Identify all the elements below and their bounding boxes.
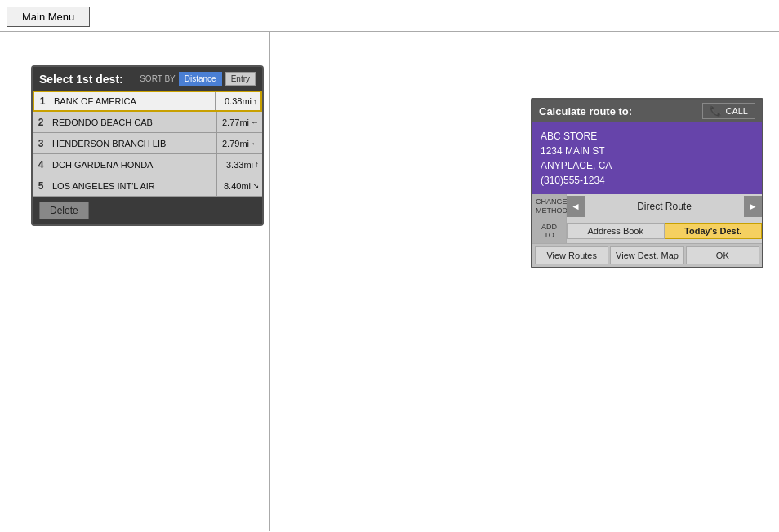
address-line-1: ABC STORE (541, 129, 754, 144)
row-distance: 2.77mi ← (217, 117, 262, 127)
address-book-button[interactable]: Address Book (567, 223, 665, 239)
direction-arrow-icon: ↑ (253, 97, 257, 106)
row-name: BANK OF AMERICA (51, 96, 215, 106)
table-row[interactable]: 2 REDONDO BEACH CAB 2.77mi ← (33, 112, 262, 133)
change-method-row: CHANGEMETHOD ◄ Direct Route ► (532, 194, 762, 219)
view-dest-map-button[interactable]: View Dest. Map (610, 246, 683, 264)
direction-arrow-icon: ← (251, 139, 259, 148)
select-dest-screen: Select 1st dest: SORT BY Distance Entry … (31, 65, 264, 226)
change-method-label: CHANGEMETHOD (532, 194, 567, 219)
row-name: REDONDO BEACH CAB (49, 117, 216, 127)
calculate-route-screen: Calculate route to: 📞 CALL ABC STORE 123… (531, 98, 763, 268)
row-distance: 2.79mi ← (217, 139, 262, 149)
add-to-label: ADD TO (532, 219, 567, 244)
screen-header: Select 1st dest: SORT BY Distance Entry (33, 67, 262, 91)
direction-arrow-icon: ↘ (252, 181, 259, 190)
row-name: HENDERSON BRANCH LIB (49, 139, 216, 149)
prev-route-button[interactable]: ◄ (567, 196, 585, 217)
vertical-divider-1 (269, 31, 270, 531)
row-name: DCH GARDENA HONDA (49, 160, 216, 170)
row-name: LOS ANGELES INT'L AIR (49, 181, 216, 191)
address-line-3: ANYPLACE, CA (541, 158, 754, 173)
phone-icon: 📞 (710, 105, 722, 117)
sort-by-area: SORT BY Distance Entry (140, 72, 256, 86)
table-row[interactable]: 4 DCH GARDENA HONDA 3.33mi ↑ (33, 154, 262, 175)
row-distance: 3.33mi ↑ (217, 160, 262, 170)
table-row[interactable]: 5 LOS ANGELES INT'L AIR 8.40mi ↘ (33, 175, 262, 197)
sort-distance-button[interactable]: Distance (179, 72, 222, 86)
bottom-buttons-row: View Routes View Dest. Map OK (532, 244, 762, 267)
call-button[interactable]: 📞 CALL (702, 103, 755, 119)
route-controls: CHANGEMETHOD ◄ Direct Route ► ADD TO Add… (532, 194, 762, 267)
add-to-row: ADD TO Address Book Today's Dest. (532, 219, 762, 245)
left-panel: Select 1st dest: SORT BY Distance Entry … (31, 65, 264, 226)
right-panel: Calculate route to: 📞 CALL ABC STORE 123… (531, 98, 763, 268)
direction-arrow-icon: ↑ (255, 160, 259, 169)
table-row[interactable]: 3 HENDERSON BRANCH LIB 2.79mi ← (33, 133, 262, 154)
row-number: 5 (33, 180, 49, 192)
next-route-button[interactable]: ► (744, 196, 762, 217)
row-number: 4 (33, 159, 49, 171)
screen-title: Select 1st dest: (39, 73, 123, 86)
sort-by-label: SORT BY (140, 74, 176, 83)
view-routes-button[interactable]: View Routes (535, 246, 608, 264)
direction-arrow-icon: ← (251, 117, 259, 126)
delete-area: Delete (33, 197, 262, 224)
horizontal-divider (0, 31, 779, 32)
sort-entry-button[interactable]: Entry (225, 72, 256, 86)
vertical-divider-2 (519, 31, 519, 531)
row-distance: 0.38mi ↑ (216, 96, 260, 106)
route-title: Calculate route to: (539, 105, 632, 117)
address-line-2: 1234 MAIN ST (541, 144, 754, 158)
row-distance: 8.40mi ↘ (217, 181, 262, 191)
row-number: 2 (33, 117, 49, 128)
todays-dest-button[interactable]: Today's Dest. (665, 223, 763, 239)
route-type-label: Direct Route (585, 197, 744, 215)
address-area: ABC STORE 1234 MAIN ST ANYPLACE, CA (310… (532, 122, 762, 194)
call-label: CALL (725, 106, 748, 116)
row-number: 3 (33, 138, 49, 149)
ok-button[interactable]: OK (686, 246, 759, 264)
delete-button[interactable]: Delete (39, 202, 89, 219)
main-menu-button[interactable]: Main Menu (7, 7, 90, 27)
address-line-4: (310)555-1234 (541, 173, 754, 188)
destination-list: 1 BANK OF AMERICA 0.38mi ↑ 2 REDONDO BEA… (33, 91, 262, 197)
table-row[interactable]: 1 BANK OF AMERICA 0.38mi ↑ (33, 91, 262, 112)
route-header: Calculate route to: 📞 CALL (532, 100, 762, 122)
row-number: 1 (34, 95, 51, 107)
